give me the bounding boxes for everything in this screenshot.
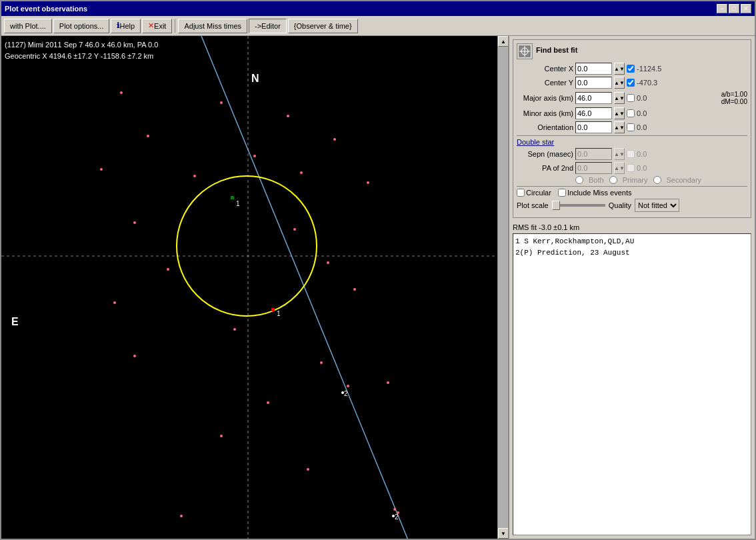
svg-rect-33 [271,308,275,311]
pa-2nd-checkbox [627,164,635,172]
adjust-miss-times-button[interactable]: Adjust Miss times [178,19,247,33]
help-label: Help [119,22,135,30]
svg-text:1: 1 [277,310,281,317]
observer-time-button[interactable]: {Observer & time} [288,19,358,33]
vertical-scrollbar[interactable]: ▲ ▼ [497,36,508,539]
svg-point-11 [193,175,196,177]
major-axis-spinner[interactable]: ▲▼ [614,92,625,104]
right-panel: Find best fit Center X ▲▼ -1124.5 Center… [508,36,755,539]
center-y-input[interactable] [575,77,612,89]
rms-text: RMS fit -3.0 ±0.1 km [513,223,751,231]
orientation-input[interactable] [575,121,612,133]
window-controls: − □ ✕ [717,4,751,13]
center-y-checkbox-container [627,79,635,87]
circular-checkbox[interactable] [517,189,525,197]
close-button[interactable]: ✕ [741,4,751,13]
minor-axis-checkbox[interactable] [627,109,635,117]
radio-both[interactable] [575,176,583,184]
section-divider-2 [517,186,747,187]
major-axis-result: 0.0 [637,94,673,102]
radio-primary[interactable] [609,176,617,184]
svg-point-9 [100,168,103,171]
svg-line-2 [201,36,415,539]
svg-point-14 [133,221,136,224]
svg-point-20 [233,328,236,331]
svg-point-13 [367,181,369,184]
svg-point-4 [120,91,123,94]
plot-scale-label: Plot scale [517,201,549,209]
center-y-checkbox[interactable] [627,79,635,87]
svg-point-36 [341,391,344,394]
sepn-label: Sepn (masec) [517,150,573,158]
include-miss-checkbox[interactable] [558,189,566,197]
svg-point-18 [113,301,116,304]
exit-button[interactable]: ✕ Exit [142,19,172,33]
plot-area[interactable]: (1127) Mimi 2011 Sep 7 46.0 x 46.0 km, P… [1,36,497,539]
svg-point-26 [220,435,223,437]
orientation-checkbox[interactable] [627,123,635,131]
svg-point-19 [353,288,356,291]
svg-point-38 [392,515,395,517]
svg-point-24 [387,381,389,384]
center-y-result: -470.3 [637,79,673,87]
title-bar: Plot event observations − □ ✕ [1,1,755,16]
center-y-spinner[interactable]: ▲▼ [614,77,625,89]
center-x-label: Center X [517,65,573,73]
center-x-checkbox[interactable] [627,65,635,73]
obs-line-1: 1 S Kerr,Rockhampton,QLD,AU [515,236,749,247]
sepn-checkbox-container [627,150,635,158]
with-plot-button[interactable]: with Plot.... [4,19,52,33]
window-title: Plot event observations [5,5,87,13]
exit-label: Exit [154,22,166,30]
include-miss-label: Include Miss events [567,189,632,197]
minor-axis-label: Minor axis (km) [517,109,573,117]
svg-text:2: 2 [395,513,399,521]
ab-info: a/b=1.00 dM=0.00 [721,91,747,105]
find-best-fit-title: Find best fit [536,46,577,54]
minor-axis-row: Minor axis (km) ▲▼ 0.0 [517,107,747,119]
svg-point-10 [253,155,256,157]
minimize-button[interactable]: − [717,4,727,13]
sepn-checkbox [627,150,635,158]
major-axis-checkbox[interactable] [627,94,635,102]
sepn-spinner: ▲▼ [614,148,625,160]
minor-axis-input[interactable] [575,107,612,119]
center-x-checkbox-container [627,65,635,73]
quality-select[interactable]: Not fitted [635,199,679,212]
center-x-spinner[interactable]: ▲▼ [614,63,625,75]
toolbar-separator [175,19,175,33]
ab-ratio: a/b=1.00 [721,91,747,98]
minor-axis-spinner[interactable]: ▲▼ [614,107,625,119]
content-area: (1127) Mimi 2011 Sep 7 46.0 x 46.0 km, P… [1,36,755,539]
minor-axis-result: 0.0 [637,109,673,117]
observations-list[interactable]: 1 S Kerr,Rockhampton,QLD,AU 2(P) Predict… [513,233,751,535]
major-axis-checkbox-container [627,94,635,102]
plot-scale-row: Plot scale Quality Not fitted [517,199,747,212]
find-best-fit-section: Find best fit Center X ▲▼ -1124.5 Center… [513,39,751,218]
dm-value: dM=0.00 [721,98,747,105]
editor-button[interactable]: ->Editor [249,19,287,33]
scroll-down-button[interactable]: ▼ [498,528,509,539]
svg-point-8 [333,138,336,141]
scroll-up-button[interactable]: ▲ [498,36,509,47]
plot-canvas: 1 1 2 2 20 km Occult 4.0.9.35 [1,36,497,539]
radio-group: Both Primary Secondary [575,176,701,184]
major-axis-input[interactable] [575,92,612,104]
orientation-spinner[interactable]: ▲▼ [614,121,625,133]
plot-options-button[interactable]: Plot options... [53,19,110,33]
scroll-track[interactable] [498,47,508,528]
plot-scale-slider-thumb[interactable] [552,201,560,210]
radio-secondary[interactable] [653,176,661,184]
center-x-input[interactable] [575,63,612,75]
maximize-button[interactable]: □ [729,4,739,13]
svg-rect-31 [231,196,234,199]
fit-icon[interactable] [517,43,533,59]
svg-point-12 [300,171,303,174]
double-star-link[interactable]: Double star [517,138,747,146]
plot-info: (1127) Mimi 2011 Sep 7 46.0 x 46.0 km, P… [5,39,158,61]
center-x-result: -1124.5 [637,65,673,73]
help-button[interactable]: ℹ Help [111,19,141,33]
quality-label: Quality [609,201,631,209]
pa-2nd-input [575,162,612,174]
plot-scale-slider-track[interactable] [552,204,605,207]
